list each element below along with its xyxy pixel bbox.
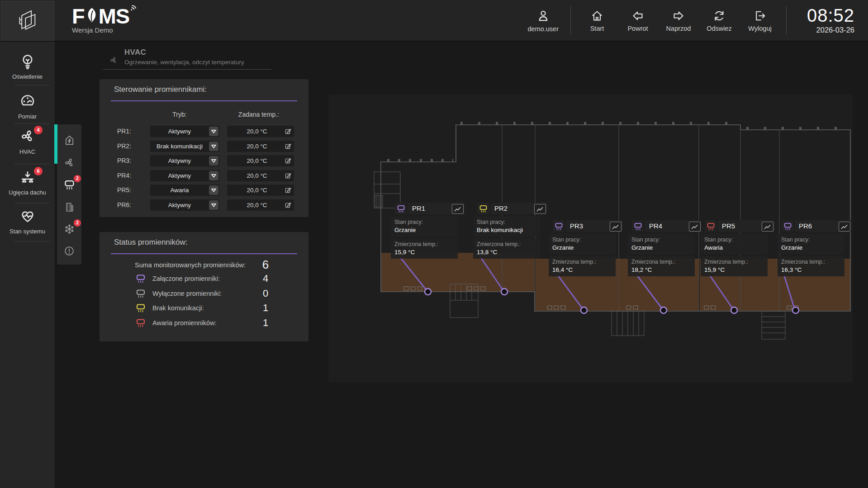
sidebar-divider (14, 123, 50, 124)
nav-logout-button[interactable]: Wyloguj (745, 9, 774, 32)
mode-select-pr4[interactable]: Aktywny (150, 170, 219, 181)
toolbar-cooling-button[interactable]: 2 (62, 222, 76, 236)
chart-line-icon[interactable] (610, 222, 621, 232)
sidebar-item-label: Ugięcia dachu (9, 189, 46, 196)
radiator-control-panel: Sterowanie promiennikami: Tryb: Zadana t… (100, 79, 308, 217)
setpoint-field-pr4[interactable]: 20,0 °C (227, 170, 294, 181)
map-node-pr3[interactable] (581, 307, 587, 313)
chevron-down-icon[interactable] (209, 171, 218, 180)
mode-select-pr1[interactable]: Aktywny (150, 126, 219, 137)
map-node-pr5[interactable] (731, 307, 737, 313)
map-node-pr1[interactable] (425, 289, 431, 295)
toolbar-heater-button[interactable]: 2 (62, 178, 76, 191)
state-box: Stan pracy: Grzanie (628, 234, 695, 254)
radiator-card-header[interactable]: PR3 (566, 220, 623, 232)
column-header-mode: Tryb: (150, 111, 209, 118)
chart-line-icon[interactable] (762, 222, 773, 232)
status-label: Brak komunikacji: (152, 302, 204, 314)
setpoint-field-pr3[interactable]: 20,0 °C (227, 155, 294, 166)
setpoint-field-pr2[interactable]: 20,0 °C (227, 141, 294, 152)
chevron-down-icon[interactable] (209, 185, 218, 195)
row-label: PR6: (109, 199, 131, 211)
heater-icon (479, 204, 488, 213)
status-row-fault: Awaria promienników: 1 (100, 317, 308, 329)
setpoint-value: 20,0 °C (227, 185, 287, 196)
nav-refresh-button[interactable]: Odswiez (705, 9, 734, 32)
radiator-card-header[interactable]: PR2 (490, 203, 547, 214)
radiator-card-header[interactable]: PR5 (718, 220, 775, 232)
hvac-subtoolbar: 2 2 (57, 124, 81, 265)
chevron-down-icon[interactable] (209, 156, 218, 166)
setpoint-value: 20,0 °C (227, 199, 287, 211)
mode-value: Aktywny (150, 170, 209, 181)
edit-icon[interactable] (284, 201, 292, 209)
user-menu[interactable]: demo.user (527, 9, 559, 33)
roof-deflection-icon (19, 169, 36, 185)
sidebar-item-ugiecia-dachu[interactable]: Ugięcia dachu 6 (0, 169, 55, 196)
edit-icon[interactable] (284, 156, 292, 165)
setpoint-field-pr6[interactable]: 20,0 °C (227, 199, 294, 211)
nav-back-button[interactable]: Powrot (623, 9, 652, 32)
radiator-card-header[interactable]: PR1 (408, 203, 465, 214)
edit-icon[interactable] (284, 171, 292, 180)
sidebar-item-pomiar[interactable]: Pomiar (0, 93, 55, 120)
status-summary-row: Suma monitorowanych promienników: 6 (100, 258, 308, 272)
state-label: Stan pracy: (781, 236, 841, 243)
map-node-pr4[interactable] (660, 307, 667, 313)
sidebar-item-label: Pomiar (18, 113, 37, 120)
radiator-card-header[interactable]: PR6 (795, 220, 852, 232)
setpoint-field-pr5[interactable]: 20,0 °C (227, 185, 294, 196)
state-label: Stan pracy: (394, 218, 454, 226)
mode-select-pr5[interactable]: Awaria (150, 185, 219, 196)
home-logo-button[interactable] (1, 1, 54, 41)
fan-icon (63, 156, 76, 169)
nav-start-button[interactable]: Start (583, 9, 612, 32)
radiator-status-panel: Status promienników: Suma monitorowanych… (100, 232, 308, 341)
panel-title-underline (111, 100, 297, 101)
heater-icon (633, 222, 643, 231)
heater-icon (135, 317, 146, 328)
map-node-pr2[interactable] (501, 289, 508, 295)
toolbar-fan-button[interactable] (62, 156, 76, 169)
radiator-status-icon-box (477, 203, 489, 214)
chart-line-icon[interactable] (534, 204, 546, 214)
mode-select-pr6[interactable]: Aktywny (150, 199, 219, 211)
clock-date: 2026-03-26 (798, 26, 854, 34)
user-icon (536, 9, 550, 23)
chevron-down-icon[interactable] (209, 142, 218, 151)
chart-line-icon[interactable] (689, 222, 701, 232)
toolbar-building-button[interactable] (62, 200, 76, 213)
sidebar-item-stan-systemu[interactable]: Stan systemu (0, 208, 55, 235)
nav-forward-button[interactable]: Naprzod (664, 9, 693, 32)
clock-time: 08:52 (798, 6, 854, 24)
state-value: Grzanie (631, 244, 691, 252)
sidebar-item-hvac[interactable]: HVAC 4 (0, 128, 55, 155)
temp-value: 18,2 °C (631, 266, 691, 274)
chart-line-icon[interactable] (839, 222, 850, 232)
radiator-card-header[interactable]: PR4 (645, 220, 702, 232)
edit-icon[interactable] (284, 142, 292, 150)
temp-box: Zmierzona temp.: 13,8 °C (473, 238, 540, 259)
hvac-alarm-badge: 4 (34, 126, 43, 134)
row-label: PR3: (109, 155, 131, 166)
toolbar-alerts-button[interactable] (62, 244, 76, 258)
setpoint-value: 20,0 °C (227, 141, 287, 152)
edit-icon[interactable] (284, 186, 292, 194)
map-node-pr6[interactable] (792, 307, 799, 313)
control-row-pr5: PR5: Awaria 20,0 °C (100, 185, 308, 196)
topbar-divider (570, 6, 571, 34)
sidebar-item-oswietlenie[interactable]: Oświetlenie (0, 53, 55, 80)
state-label: Stan pracy: (631, 236, 691, 243)
mode-select-pr2[interactable]: Brak komunikacji (150, 141, 219, 152)
edit-icon[interactable] (284, 127, 292, 135)
mode-select-pr3[interactable]: Aktywny (150, 155, 219, 166)
status-value: 1 (256, 317, 275, 329)
chart-line-icon[interactable] (452, 204, 464, 214)
chevron-down-icon[interactable] (209, 127, 218, 136)
setpoint-field-pr1[interactable]: 20,0 °C (227, 126, 294, 137)
state-label: Stan pracy: (704, 236, 764, 243)
toolbar-power-button[interactable] (62, 133, 76, 147)
sidebar-item-label: Stan systemu (9, 228, 45, 235)
chevron-down-icon[interactable] (209, 200, 218, 210)
sidebar-divider (14, 203, 50, 203)
